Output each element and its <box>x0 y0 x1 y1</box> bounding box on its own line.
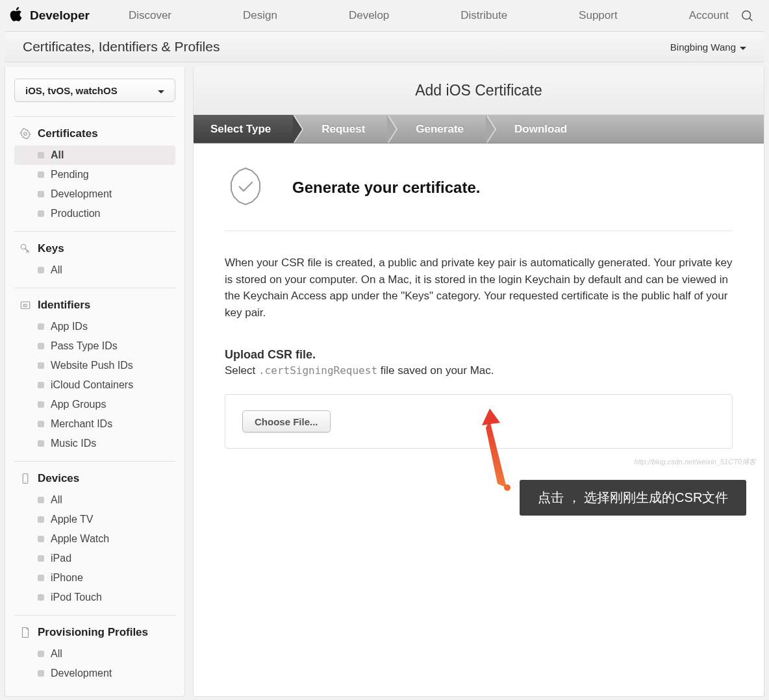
sidebar-item-app-groups[interactable]: App Groups <box>14 395 175 414</box>
gear-icon <box>19 128 31 140</box>
svg-point-0 <box>742 11 751 19</box>
subheader: Certificates, Identifiers & Profiles Bin… <box>5 31 764 62</box>
step-request[interactable]: Request <box>293 115 387 143</box>
step-select-type[interactable]: Select Type <box>194 115 293 143</box>
sidebar-item-merchant-ids[interactable]: Merchant IDs <box>14 414 175 434</box>
certificate-badge-icon <box>225 166 266 210</box>
sidebar-item-cert-development[interactable]: Development <box>14 184 175 204</box>
sidebar-item-ipad[interactable]: iPad <box>14 549 175 568</box>
sidebar-item-cert-all[interactable]: All <box>14 145 175 165</box>
sidebar-item-app-ids[interactable]: App IDs <box>14 317 175 336</box>
wizard-steps: Select Type Request Generate Download <box>194 115 764 144</box>
upload-title: Upload CSR file. <box>225 348 733 362</box>
sidebar-item-icloud-containers[interactable]: iCloud Containers <box>14 375 175 395</box>
caret-down-icon <box>158 85 164 96</box>
content-heading: Generate your certificate. <box>292 179 480 197</box>
page-title: Certificates, Identifiers & Profiles <box>23 39 220 55</box>
section-identifiers: ID Identifiers App IDs Pass Type IDs Web… <box>14 288 175 453</box>
platform-select[interactable]: iOS, tvOS, watchOS <box>14 79 175 102</box>
section-devices: Devices All Apple TV Apple Watch iPad iP… <box>14 461 175 607</box>
apple-logo-icon <box>5 6 30 25</box>
main-title: Add iOS Certificate <box>415 82 542 99</box>
sidebar-item-devices-all[interactable]: All <box>14 490 175 510</box>
nav-design[interactable]: Design <box>243 9 277 22</box>
upload-description: Select .certSigningRequest file saved on… <box>225 364 733 377</box>
choose-file-button[interactable]: Choose File... <box>242 410 331 432</box>
device-icon <box>19 473 31 484</box>
step-generate[interactable]: Generate <box>387 115 486 143</box>
watermark-text: http://blog.csdn.net/weixin_51CT0博客 <box>634 457 756 467</box>
svg-marker-8 <box>231 168 260 205</box>
user-name: Bingbing Wang <box>670 42 736 53</box>
top-nav: Developer Discover Design Develop Distri… <box>0 0 769 31</box>
sidebar-item-cert-production[interactable]: Production <box>14 204 175 223</box>
annotation-callout: 点击 ， 选择刚刚生成的CSR文件 <box>520 480 746 516</box>
content-area: Generate your certificate. When your CSR… <box>194 144 764 471</box>
section-certificates: Certificates All Pending Development Pro… <box>14 116 175 223</box>
sidebar-item-prov-all[interactable]: All <box>14 644 175 664</box>
sidebar-item-music-ids[interactable]: Music IDs <box>14 434 175 453</box>
section-head-certificates: Certificates <box>14 125 175 143</box>
nav-support[interactable]: Support <box>579 9 618 22</box>
id-icon: ID <box>19 299 31 311</box>
nav-develop[interactable]: Develop <box>349 9 389 22</box>
brand-label: Developer <box>30 8 90 23</box>
upload-box: Choose File... <box>225 394 733 449</box>
sidebar-item-prov-development[interactable]: Development <box>14 664 175 683</box>
sidebar-item-iphone[interactable]: iPhone <box>14 568 175 588</box>
profile-icon <box>19 627 31 638</box>
svg-line-1 <box>750 18 753 21</box>
section-head-provisioning: Provisioning Profiles <box>14 623 175 642</box>
sidebar: iOS, tvOS, watchOS Certificates All Pend… <box>5 67 185 697</box>
nav-discover[interactable]: Discover <box>129 9 171 22</box>
main-panel: Add iOS Certificate Select Type Request … <box>193 67 764 697</box>
sidebar-item-ipod-touch[interactable]: iPod Touch <box>14 588 175 607</box>
section-provisioning: Provisioning Profiles All Development <box>14 615 175 683</box>
sidebar-item-website-push-ids[interactable]: Website Push IDs <box>14 356 175 375</box>
sidebar-item-keys-all[interactable]: All <box>14 260 175 280</box>
content-description: When your CSR file is created, a public … <box>225 255 733 321</box>
section-head-devices: Devices <box>14 469 175 488</box>
platform-label: iOS, tvOS, watchOS <box>25 85 118 96</box>
svg-point-2 <box>24 132 27 136</box>
user-menu[interactable]: Bingbing Wang <box>670 42 746 53</box>
nav-distribute[interactable]: Distribute <box>460 9 507 22</box>
section-head-identifiers: ID Identifiers <box>14 296 175 314</box>
callout-dot-icon <box>504 484 511 491</box>
main-title-bar: Add iOS Certificate <box>194 67 764 115</box>
section-keys: Keys All <box>14 231 175 280</box>
key-icon <box>19 243 31 255</box>
sidebar-item-pass-type-ids[interactable]: Pass Type IDs <box>14 336 175 356</box>
step-download[interactable]: Download <box>486 115 589 143</box>
nav-account[interactable]: Account <box>689 9 729 22</box>
section-head-keys: Keys <box>14 240 175 258</box>
sidebar-item-apple-tv[interactable]: Apple TV <box>14 510 175 529</box>
chevron-down-icon <box>740 42 746 53</box>
sidebar-item-apple-watch[interactable]: Apple Watch <box>14 529 175 549</box>
svg-text:ID: ID <box>23 303 27 308</box>
sidebar-item-cert-pending[interactable]: Pending <box>14 165 175 184</box>
